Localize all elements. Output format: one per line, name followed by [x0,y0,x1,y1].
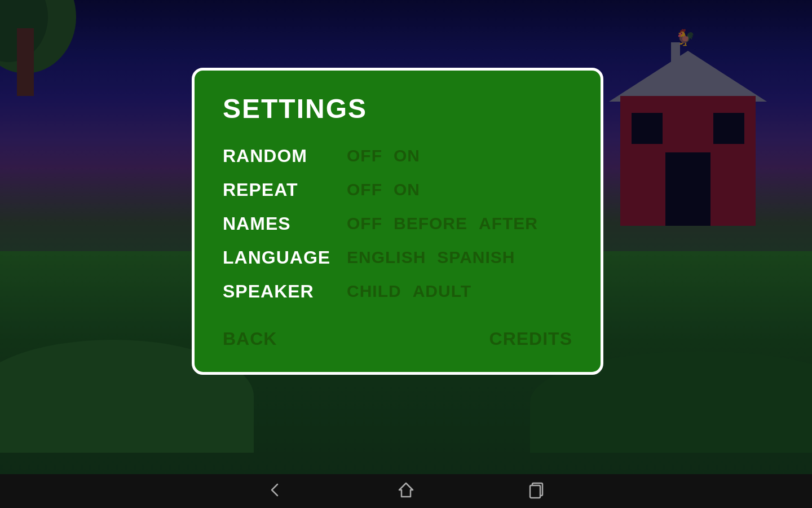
settings-row-language: LANGUAGE ENGLISH SPANISH [223,243,572,272]
names-after[interactable]: AFTER [479,214,538,233]
recent-icon [528,481,546,499]
random-off[interactable]: OFF [347,146,382,165]
nav-recent-button[interactable] [528,481,546,501]
settings-dialog: SETTINGS RANDOM OFF ON REPEAT OFF ON NAM… [192,68,603,375]
back-button[interactable]: BACK [223,329,277,349]
back-icon [266,481,284,499]
settings-row-repeat: REPEAT OFF ON [223,175,572,204]
speaker-options: CHILD ADULT [347,282,471,301]
credits-button[interactable]: CREDITS [489,329,572,349]
names-before[interactable]: BEFORE [394,214,467,233]
settings-row-speaker: SPEAKER CHILD ADULT [223,277,572,306]
repeat-label: REPEAT [223,179,347,200]
random-options: OFF ON [347,146,420,165]
nav-bar [0,474,812,508]
repeat-options: OFF ON [347,180,420,199]
language-spanish[interactable]: SPANISH [437,248,515,267]
language-english[interactable]: ENGLISH [347,248,426,267]
nav-back-button[interactable] [266,481,284,501]
speaker-label: SPEAKER [223,281,347,302]
settings-row-names: NAMES OFF BEFORE AFTER [223,209,572,238]
names-off[interactable]: OFF [347,214,382,233]
settings-title: SETTINGS [223,93,572,124]
svg-rect-2 [530,485,540,498]
repeat-off[interactable]: OFF [347,180,382,199]
language-options: ENGLISH SPANISH [347,248,515,267]
svg-marker-0 [399,483,413,497]
speaker-child[interactable]: CHILD [347,282,401,301]
names-label: NAMES [223,213,347,234]
speaker-adult[interactable]: ADULT [413,282,471,301]
repeat-on[interactable]: ON [394,180,420,199]
names-options: OFF BEFORE AFTER [347,214,538,233]
settings-footer: BACK CREDITS [223,329,572,349]
language-label: LANGUAGE [223,247,347,268]
home-icon [397,481,415,499]
settings-row-random: RANDOM OFF ON [223,141,572,170]
random-on[interactable]: ON [394,146,420,165]
random-label: RANDOM [223,146,347,167]
nav-home-button[interactable] [397,481,415,501]
settings-rows: RANDOM OFF ON REPEAT OFF ON NAMES OFF BE… [223,141,572,306]
